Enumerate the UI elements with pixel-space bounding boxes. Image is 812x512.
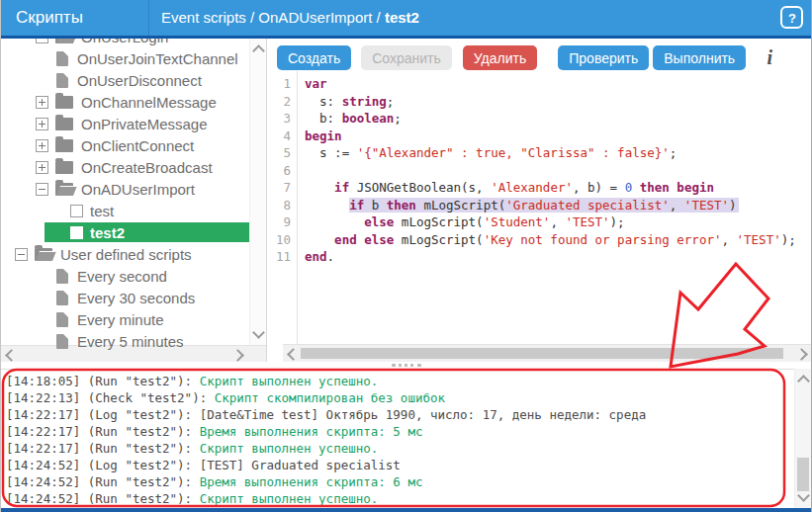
- code-token: if: [334, 180, 349, 195]
- tree-item-every-minute[interactable]: Every minute: [0, 308, 249, 330]
- tree-item-onuserdisconnect[interactable]: OnUserDisconnect: [0, 69, 249, 91]
- tree-item-onuserjointextchannel[interactable]: OnUserJoinTextChannel: [0, 47, 249, 69]
- folder-icon: [55, 139, 73, 152]
- line-number: 11: [267, 248, 297, 266]
- code-token: else: [364, 214, 394, 229]
- tree-item-test[interactable]: test: [0, 200, 249, 221]
- code-token: 'Alexander': [491, 180, 573, 195]
- scrollbar-thumb[interactable]: [797, 458, 809, 491]
- tree-item-onaduserimport[interactable]: OnADUserImport: [0, 178, 249, 200]
- script-tree: OnUserLoginOnUserJoinTextChannelOnUserDi…: [0, 39, 267, 362]
- line-number-gutter: 1234567891011: [267, 71, 298, 344]
- checkbox-icon[interactable]: [70, 205, 83, 217]
- tree-item-oncreatebroadcast[interactable]: OnCreateBroadcast: [0, 156, 249, 178]
- code-line-2[interactable]: s: string;: [305, 93, 812, 111]
- delete-button[interactable]: Удалить: [463, 45, 537, 70]
- info-icon[interactable]: i: [767, 46, 772, 69]
- tree-item-label: OnPrivateMessage: [81, 116, 208, 132]
- scroll-up-icon[interactable]: [252, 44, 265, 57]
- file-icon: [56, 73, 68, 88]
- editor-horizontal-scrollbar[interactable]: [283, 344, 812, 362]
- splitter-grip-icon[interactable]: [392, 364, 421, 367]
- code-token: mLogScript(: [394, 214, 483, 229]
- header: Скрипты Event scripts / OnADUserImport /…: [0, 0, 812, 39]
- expand-plus-icon[interactable]: [36, 96, 48, 109]
- log-message: [TEST] Graduated specialist: [200, 458, 401, 472]
- scroll-right-icon[interactable]: [795, 348, 808, 361]
- code-token: ,: [721, 232, 736, 247]
- code-line-11[interactable]: end.: [305, 248, 812, 266]
- code-line-9[interactable]: else mLogScript('Student', 'TEST');: [305, 213, 812, 231]
- expand-plus-icon[interactable]: [36, 118, 48, 130]
- run-button[interactable]: Выполнить: [653, 45, 746, 70]
- tree-item-label: OnChannelMessage: [81, 94, 217, 111]
- code-token: 'Graduated specialist': [505, 198, 670, 213]
- log-vertical-scrollbar[interactable]: [794, 369, 811, 508]
- collapse-minus-icon[interactable]: [15, 248, 28, 261]
- save-button[interactable]: Сохранить: [361, 45, 452, 70]
- scrollbar-thumb[interactable]: [301, 348, 783, 359]
- create-button[interactable]: Создать: [277, 45, 351, 70]
- scroll-left-icon[interactable]: [287, 348, 300, 361]
- code-editor[interactable]: var s: string; b: boolean;begin s := '{"…: [299, 71, 812, 344]
- tree-vertical-scrollbar[interactable]: [249, 39, 266, 345]
- folder-icon: [55, 96, 73, 109]
- code-line-6[interactable]: [305, 162, 812, 180]
- code-token: end: [305, 249, 327, 264]
- tree-item-onclientconnect[interactable]: OnClientConnect: [0, 134, 249, 156]
- collapse-minus-icon[interactable]: [36, 39, 48, 43]
- log-message: Скрипт выполнен успешно.: [200, 441, 379, 456]
- expand-plus-icon[interactable]: [36, 161, 48, 174]
- log-line: [14:22:13] (Check "test2"): Скрипт скомп…: [6, 389, 812, 406]
- code-token: s:: [319, 94, 342, 109]
- log-timestamp-source: [14:24:52] (Run "test2"):: [6, 491, 200, 506]
- code-line-1[interactable]: var: [305, 75, 812, 93]
- scroll-up-icon[interactable]: [797, 375, 810, 387]
- folder-icon: [55, 161, 73, 174]
- window-bottom-edge: [0, 508, 812, 512]
- log-line: [14:24:52] (Log "test2"): [TEST] Graduat…: [6, 457, 812, 473]
- tree-indent: [0, 298, 56, 299]
- tree-item-label: Every 5 minutes: [77, 333, 184, 350]
- log-message: Время выполнения скрипта: 6 мс: [200, 474, 423, 489]
- code-line-5[interactable]: s := '{"Alexander" : true, "Clarissa" : …: [305, 144, 812, 162]
- tree-indent: [0, 189, 36, 190]
- code-line-8[interactable]: if b then mLogScript('Graduated speciali…: [305, 197, 812, 214]
- tree-item-user-defined-scripts[interactable]: User defined scripts: [0, 243, 249, 265]
- log-timestamp-source: [14:24:52] (Run "test2"):: [6, 474, 200, 489]
- code-line-4[interactable]: begin: [305, 128, 812, 145]
- scroll-down-icon[interactable]: [797, 489, 810, 502]
- tree-item-onuserlogin[interactable]: OnUserLogin: [0, 39, 249, 47]
- tree-item-every-second[interactable]: Every second: [0, 265, 249, 287]
- checkbox-icon[interactable]: [70, 226, 83, 239]
- code-token: 'Key not found or parsing error': [484, 232, 722, 247]
- collapse-minus-icon[interactable]: [36, 183, 48, 196]
- code-token: boolean: [342, 111, 395, 126]
- code-line-7[interactable]: if JSONGetBoolean(s, 'Alexander', b) = 0…: [305, 179, 812, 197]
- help-button[interactable]: ?: [780, 6, 803, 29]
- expand-plus-icon[interactable]: [36, 139, 48, 152]
- code-token: mLogScript(: [416, 198, 505, 213]
- scroll-left-icon[interactable]: [5, 349, 18, 362]
- tree-item-onprivatemessage[interactable]: OnPrivateMessage: [0, 113, 249, 134]
- line-number: 10: [267, 231, 297, 249]
- tree-item-onchannelmessage[interactable]: OnChannelMessage: [0, 91, 249, 113]
- check-button[interactable]: Проверить: [558, 45, 649, 70]
- line-number: 3: [267, 110, 297, 128]
- log-timestamp-source: [14:22:17] (Run "test2"):: [6, 441, 200, 456]
- code-line-10[interactable]: end else mLogScript('Key not found or pa…: [305, 231, 812, 249]
- code-line-3[interactable]: b: boolean;: [305, 110, 812, 128]
- log-message: Скрипт скомпилирован без ошибок: [215, 390, 445, 405]
- scroll-down-icon[interactable]: [252, 326, 265, 339]
- code-token: 'Student': [484, 214, 551, 229]
- code-token: ,: [550, 214, 565, 229]
- tree-item-every-30-seconds[interactable]: Every 30 seconds: [0, 287, 249, 308]
- tree-item-test2[interactable]: test2: [0, 221, 249, 243]
- tree-item-label: test: [90, 203, 114, 219]
- file-icon: [56, 51, 68, 66]
- line-number: 8: [267, 197, 297, 214]
- panel-splitter[interactable]: [0, 362, 812, 369]
- scroll-right-icon[interactable]: [231, 349, 244, 362]
- tree-indent: [0, 80, 56, 81]
- code-token: mLogScript(: [394, 232, 483, 247]
